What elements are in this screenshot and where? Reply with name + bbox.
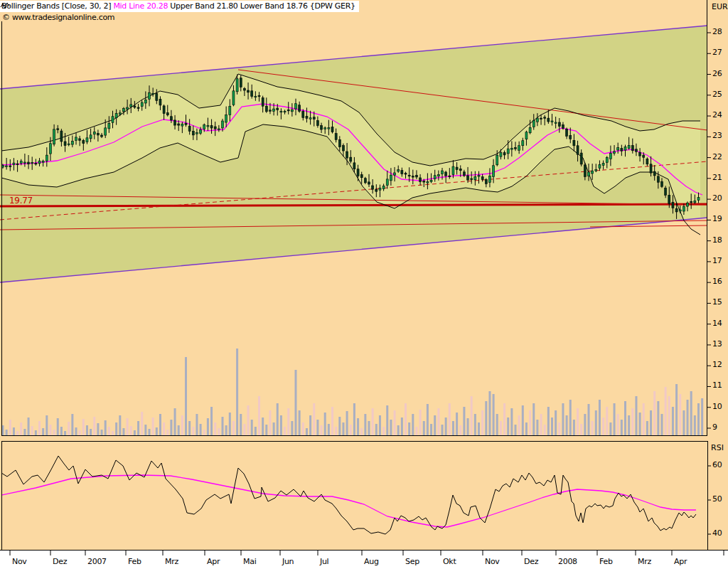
price-axis-label: 14 [712, 319, 722, 328]
x-axis-label: Feb [128, 557, 141, 566]
rsi-panel-border [2, 442, 708, 551]
support-price-label: 19.77 [9, 196, 33, 206]
chart-window: Bollinger Bands [Close, 30, 2] Mid Line … [0, 0, 728, 569]
x-axis-label: Sep [405, 557, 419, 566]
band-values: Upper Band 21.80 Lower Band 18.76 {DPW G… [168, 1, 355, 11]
price-axis-label: 23 [712, 131, 722, 140]
x-axis-label: Okt [443, 557, 456, 566]
rsi-axis-label: 60 [712, 460, 722, 469]
indicator-name: Bollinger Bands [Close, 30, 2] [1, 1, 113, 11]
x-axis-label: Feb [599, 557, 613, 566]
x-axis-label: 2008 [558, 557, 577, 566]
price-axis-label: 16 [712, 277, 722, 286]
line-chart-icon [0, 1, 10, 9]
price-axis-label: 27 [712, 48, 722, 57]
volume-bars [2, 349, 704, 435]
currency-axis-label: EUR [712, 2, 728, 11]
x-axis-label: Aug [364, 557, 379, 566]
x-axis-label: Dez [524, 557, 538, 566]
x-axis-label: Dez [53, 557, 67, 566]
rsi-signal-line [1, 475, 696, 527]
price-axis-label: 19 [712, 214, 722, 223]
price-axis-label: 13 [712, 339, 722, 349]
rsi-line [1, 456, 696, 534]
rsi-axis-label: 50 [712, 494, 722, 504]
mid-line-value: Mid Line 20.28 [113, 1, 168, 11]
price-axis-label: 24 [712, 110, 722, 119]
price-axis-label: 9 [712, 422, 717, 432]
price-axis-label: 20 [712, 193, 722, 203]
x-axis-label: 2007 [87, 557, 107, 566]
x-axis-label: Nov [485, 557, 500, 566]
price-axis-label: 26 [712, 69, 722, 78]
price-axis-label: 25 [712, 90, 722, 99]
indicator-title-bar: Bollinger Bands [Close, 30, 2] Mid Line … [0, 1, 359, 12]
price-axis-label: 18 [712, 235, 722, 245]
x-axis-label: Apr [674, 557, 687, 566]
x-axis-label: Jun [282, 557, 294, 566]
price-axis-label: 22 [712, 152, 722, 161]
price-axis-label: 11 [712, 381, 722, 390]
copyright-text: © www.tradesignalonline.com [2, 13, 114, 22]
price-axis-label: 21 [712, 173, 722, 182]
price-axis-label: 15 [712, 297, 722, 307]
price-axis-label: 10 [712, 402, 722, 411]
x-axis-label: Apr [207, 557, 220, 566]
x-axis-label: Mrz [638, 557, 651, 566]
x-axis-label: Mai [243, 557, 256, 566]
chart-canvas[interactable] [0, 0, 728, 569]
price-axis-label: 28 [712, 27, 722, 36]
price-axis-label: 17 [712, 256, 722, 265]
price-axis-label: 12 [712, 360, 722, 369]
x-axis-label: Jul [320, 557, 328, 566]
x-axis-label: Mrz [165, 557, 178, 566]
rsi-axis-label: 40 [712, 528, 722, 538]
rsi-panel-label: RSI [711, 443, 724, 452]
x-axis-label: Nov [12, 557, 27, 566]
